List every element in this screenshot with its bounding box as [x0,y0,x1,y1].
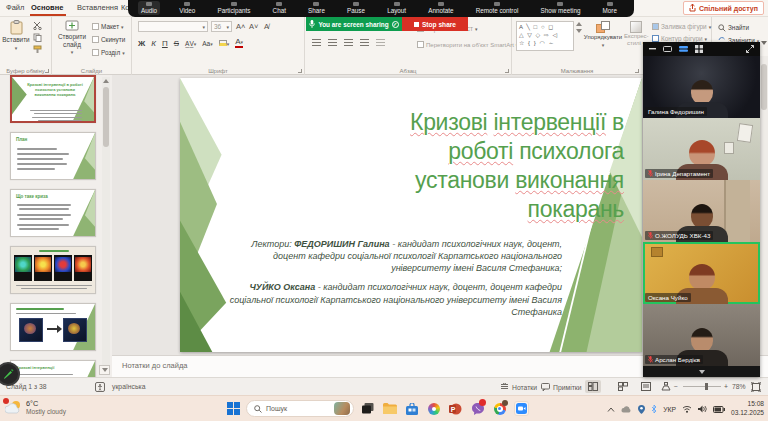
tab-home[interactable]: Основне [31,3,63,12]
align-center-icon[interactable] [328,39,337,47]
slide-thumbnail-5[interactable] [10,303,96,351]
hidden-icons-chevron[interactable] [607,407,615,412]
slideshow-view-button[interactable] [658,380,674,393]
zoom-app-button[interactable] [514,401,529,416]
format-painter-icon[interactable] [33,45,42,54]
columns-icon[interactable] [376,39,385,47]
zoom-participants-button[interactable]: Participants [214,1,253,15]
file-explorer-button[interactable] [382,401,397,416]
shrink-font-button[interactable]: A˅ [249,22,258,31]
location-pin-icon[interactable] [638,405,645,414]
drawing-dialog-launcher[interactable] [635,69,639,73]
slide-title-textbox[interactable]: Кризові інтервенції в роботі психолога у… [289,108,624,224]
battery-icon[interactable] [713,406,725,413]
slide-thumbnail-6[interactable]: Кризові інтервенції [10,360,96,377]
slide-thumbnail-3[interactable]: Що таке криза [10,189,96,237]
thumbnails-scroll-down-button[interactable] [99,365,110,375]
clipboard-dialog-launcher[interactable] [45,69,49,73]
font-color-button[interactable]: A▾ [235,38,243,48]
slide-sorter-view-button[interactable] [615,380,631,393]
zoom-video-window[interactable]: Галина Федоришин Ірина Департамент О.ЖОЛ… [643,42,760,377]
start-button[interactable] [226,401,241,416]
zoom-video-button[interactable]: Video [176,1,198,15]
video-tile-participant-3[interactable]: О.ЖОЛУДЬ ХВК-43 [643,180,760,242]
change-case-button[interactable]: Aa▾ [202,40,212,47]
align-left-icon[interactable] [312,39,321,47]
slide-thumbnail-4[interactable] [10,246,96,294]
taskbar-search-box[interactable]: Пошук [246,400,354,417]
chrome-button[interactable] [492,401,507,416]
weather-widget[interactable]: 6°CMostly cloudy [5,399,66,415]
grid-view-icon[interactable] [695,45,703,53]
collapse-ribbon-chevron[interactable] [761,45,767,54]
paragraph-dialog-launcher[interactable] [505,69,509,73]
reset-button[interactable]: Скинути [92,35,125,44]
expand-icon[interactable] [746,45,754,53]
thumbnails-scrollbar[interactable] [102,77,110,369]
align-right-icon[interactable] [344,39,353,47]
zoom-level[interactable]: 78% [732,383,746,390]
comments-toggle-button[interactable]: Примітки [541,383,582,391]
zoom-annotate-button[interactable]: Annotate [425,1,456,15]
reading-view-button[interactable] [638,380,654,393]
zoom-out-button[interactable]: − [674,383,678,390]
zoom-slider-knob[interactable] [705,383,708,390]
current-slide-canvas[interactable]: Кризові інтервенції в роботі психолога у… [180,78,642,352]
language-button[interactable]: українська [112,383,145,390]
accessibility-icon[interactable] [95,382,105,392]
zoom-show-meeting-button[interactable]: Show meeting [538,1,584,15]
grow-font-button[interactable]: A˄ [236,22,245,31]
editor-vertical-scrollbar[interactable] [760,56,768,377]
video-tile-participant-1[interactable]: Галина Федоришин [643,56,760,118]
ppt-share-button[interactable]: Спільний доступ [683,1,764,15]
font-dialog-launcher[interactable] [298,69,302,73]
onedrive-cloud-icon[interactable] [621,405,632,413]
gallery-view-icon[interactable] [679,46,688,52]
justify-icon[interactable] [360,39,369,47]
zoom-layout-button[interactable]: Layout [384,1,409,15]
zoom-in-button[interactable]: + [724,383,728,390]
bold-button[interactable]: Ж [138,39,145,48]
zoom-pause-button[interactable]: Pause [344,1,368,15]
video-tile-participant-2[interactable]: Ірина Департамент [643,118,760,180]
convert-smartart-button[interactable]: Перетворити на об'єкт SmartArt▾ [417,40,518,49]
notes-toggle-button[interactable]: Нотатки [500,383,537,391]
video-tile-participant-5[interactable]: Арслан Бердієв [643,304,760,366]
shape-fill-button[interactable]: Заливка фігури▾ [652,22,711,31]
minimize-icon[interactable] [649,48,656,50]
language-indicator[interactable]: УКР [663,406,676,413]
normal-view-button[interactable] [585,380,601,393]
zoom-slider[interactable] [683,386,721,387]
fit-to-window-button[interactable] [751,382,761,392]
video-strip-collapse-button[interactable] [643,366,760,377]
zoom-audio-button[interactable]: Audio [138,1,160,15]
underline-button[interactable]: П [162,39,168,48]
speaker-view-icon[interactable] [663,46,672,52]
layout-button[interactable]: Макет▾ [92,22,125,31]
microsoft-store-button[interactable] [404,401,419,416]
shapes-gallery[interactable]: A ╲ □ ○ ◻△ ▽ ◇ ⇨ ◁☆ { } ◠ ～ [516,21,574,51]
strikethrough-button[interactable]: S [174,39,179,48]
clear-formatting-button[interactable]: A̸ [264,22,269,31]
slide-thumbnail-1[interactable]: Кризові інтервенції в роботі психолога у… [10,75,96,123]
viber-button[interactable] [470,401,485,416]
zoom-remote-control-button[interactable]: Remote control [473,1,522,15]
powerpoint-button[interactable]: P [448,401,463,416]
zoom-share-button[interactable]: Share [305,1,328,15]
paste-button[interactable]: Вставити▾ [2,20,30,51]
tray-clock[interactable]: 15:08 03.12.2025 [731,400,764,417]
slide-thumbnail-2[interactable]: План [10,132,96,180]
zoom-more-button[interactable]: More [600,1,620,15]
copy-icon[interactable] [33,33,42,42]
task-view-button[interactable] [360,401,375,416]
wifi-icon[interactable] [682,405,692,413]
tab-insert[interactable]: Вставлення [77,3,118,12]
zoom-chat-button[interactable]: Chat [270,1,289,15]
arrange-button[interactable]: Упорядкувати▾ [582,21,624,49]
cut-icon[interactable] [33,21,42,30]
new-slide-button[interactable]: Створити слайд▾ [56,20,88,56]
font-name-combo[interactable]: ▾ [138,21,208,32]
slide-body-textbox[interactable]: Лектори: ФЕДОРИШИН Галина - кандидат пси… [217,238,562,325]
volume-icon[interactable] [698,405,707,413]
text-highlight-button[interactable]: ▾ [219,39,230,48]
